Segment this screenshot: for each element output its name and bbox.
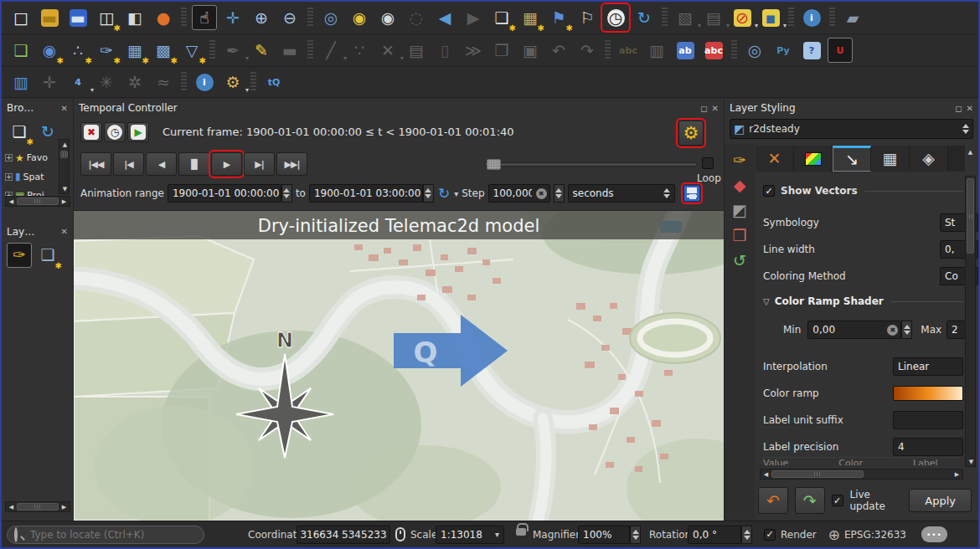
mesh-digitizing-icon[interactable]: ▰ bbox=[840, 5, 865, 30]
mesh-selection-icon[interactable]: ▥ bbox=[8, 69, 34, 95]
symbology-panel-icon[interactable]: ✑ bbox=[728, 148, 751, 172]
new-scratch-layer-icon[interactable]: ✑✱ bbox=[94, 38, 119, 63]
transparency-panel-icon[interactable]: ◩ bbox=[728, 198, 751, 222]
zoom-to-selection-icon[interactable]: ◉ bbox=[347, 5, 372, 30]
add-mesh-layer-icon[interactable]: ▦✱ bbox=[122, 38, 147, 63]
styling-hscrollbar[interactable]: ◀ ▶ bbox=[760, 469, 963, 480]
scroll-left-icon[interactable]: ◀ bbox=[6, 197, 17, 206]
scroll-right-icon[interactable]: ▶ bbox=[59, 502, 70, 511]
browser-hscrollbar[interactable]: ◀ ▶ bbox=[5, 196, 70, 207]
data-source-manager-icon[interactable]: ❑ bbox=[8, 38, 34, 63]
deselect-all-icon[interactable]: ⊘▾ bbox=[730, 5, 755, 30]
pause-button[interactable]: ▐▌ bbox=[178, 152, 209, 176]
scroll-left-icon[interactable]: ◀ bbox=[6, 502, 17, 511]
step-unit-select[interactable]: seconds bbox=[568, 184, 675, 203]
render-checkbox[interactable] bbox=[764, 529, 776, 541]
styling-float-icon[interactable]: ◻ bbox=[955, 104, 962, 113]
save-project-icon[interactable]: ▬ bbox=[65, 5, 90, 30]
temporal-fixed-range-button[interactable]: ◷ bbox=[104, 122, 126, 142]
magnifier-input[interactable]: 100% bbox=[578, 526, 630, 544]
loop-checkbox[interactable] bbox=[702, 157, 714, 169]
browser-vscrollbar[interactable]: ▲ ▼ bbox=[59, 139, 70, 194]
new-shapefile-layer-icon[interactable]: ▽✱ bbox=[179, 38, 204, 63]
toggle-editing-icon[interactable]: ✎ bbox=[249, 38, 274, 63]
open-layer-styling-icon[interactable]: ✑ bbox=[7, 243, 32, 268]
styling-close-icon[interactable]: ✕ bbox=[967, 104, 973, 113]
lock-icon[interactable] bbox=[516, 528, 526, 536]
python-console-icon[interactable]: Py bbox=[771, 38, 796, 63]
time-slider-handle[interactable] bbox=[487, 159, 501, 170]
range-options-caret-icon[interactable]: ▾ bbox=[454, 189, 458, 198]
scroll-down-icon[interactable]: ▼ bbox=[59, 184, 70, 193]
tq-plugin-icon[interactable]: tQ bbox=[261, 69, 286, 95]
rotation-spinner[interactable] bbox=[741, 526, 752, 544]
tab-vectors[interactable]: ↘ bbox=[833, 146, 871, 172]
clear-icon[interactable]: ✖ bbox=[887, 325, 898, 336]
pan-map-icon[interactable]: ☝ bbox=[192, 5, 217, 30]
step-input[interactable]: 100,000 ✖ bbox=[488, 184, 550, 203]
ramp-section-header[interactable]: ▽ Color Ramp Shader bbox=[763, 291, 963, 311]
styling-vscrollbar[interactable]: ▼ bbox=[965, 176, 976, 467]
range-start-spinner[interactable] bbox=[281, 184, 292, 203]
globe-icon[interactable]: ⊕ bbox=[828, 526, 840, 543]
range-start-input[interactable]: 1900-01-01 00:00:00 bbox=[168, 184, 281, 203]
locate-box[interactable] bbox=[7, 526, 204, 544]
export-animation-icon[interactable] bbox=[683, 185, 700, 202]
refresh-map-icon[interactable]: ↻ bbox=[632, 5, 657, 30]
show-bookmarks-icon[interactable]: ⚐ bbox=[575, 5, 600, 30]
range-end-input[interactable]: 1900-01-01 03:00:00 bbox=[309, 184, 423, 203]
metasearch-icon[interactable]: ◎ bbox=[742, 38, 767, 63]
add-vector-layer-icon[interactable]: ◉✱ bbox=[37, 38, 62, 63]
select-by-location-icon[interactable]: ▪▾ bbox=[758, 5, 783, 30]
style-manager-icon[interactable]: ● bbox=[151, 5, 176, 30]
pin-labels-icon[interactable]: ab bbox=[673, 38, 698, 63]
tab-datasets[interactable]: ▦ bbox=[871, 146, 910, 172]
temporal-animated-button[interactable]: ▶ bbox=[127, 122, 149, 142]
mouse-extents-icon[interactable] bbox=[395, 527, 405, 541]
tree-item-spatial-bookmarks[interactable]: +▮Spat bbox=[5, 168, 57, 185]
layer-select[interactable]: ◩ r2dsteady bbox=[730, 119, 973, 139]
redo-style-button[interactable]: ↷ bbox=[795, 487, 825, 514]
zoom-to-layer-icon[interactable]: ◉ bbox=[375, 5, 400, 30]
new-project-icon[interactable]: □ bbox=[8, 5, 34, 30]
step-spinner[interactable] bbox=[554, 184, 565, 203]
history-panel-icon[interactable]: ↺ bbox=[728, 249, 751, 272]
play-backward-button[interactable]: ◀ bbox=[146, 152, 177, 176]
magnifier-spinner[interactable] bbox=[630, 526, 641, 544]
fast-forward-button[interactable]: ▶▶| bbox=[276, 152, 307, 176]
rotation-input[interactable]: 0,0 ° bbox=[688, 526, 741, 544]
temporal-off-button[interactable]: ✖ bbox=[80, 122, 102, 142]
new-map-view-icon[interactable]: ❏✱ bbox=[489, 5, 514, 30]
expand-icon[interactable]: + bbox=[5, 154, 13, 162]
dropdown-caret-icon[interactable]: ▾ bbox=[783, 22, 787, 29]
time-slider[interactable] bbox=[484, 162, 697, 167]
min-spinner[interactable] bbox=[901, 321, 912, 339]
play-button[interactable]: ▶ bbox=[211, 152, 242, 176]
zoom-out-icon[interactable]: ⊖ bbox=[277, 5, 302, 30]
add-layer-group-icon[interactable]: ❏✱ bbox=[35, 243, 60, 268]
show-layout-manager-icon[interactable]: ◧ bbox=[122, 5, 147, 30]
temporal-close-icon[interactable]: ✕ bbox=[712, 104, 719, 113]
open-project-icon[interactable]: ▬ bbox=[37, 5, 62, 30]
zoom-last-icon[interactable]: ◀ bbox=[432, 5, 457, 30]
tab-averaging[interactable]: ◈ bbox=[910, 146, 948, 172]
temporal-controller-icon[interactable]: ◷ bbox=[603, 5, 628, 30]
tab-general-settings[interactable]: ✕ bbox=[756, 146, 794, 172]
refresh-browser-icon[interactable]: ↻ bbox=[35, 119, 60, 144]
diagram-panel-icon[interactable]: ❒ bbox=[728, 223, 751, 247]
show-vectors-checkbox[interactable] bbox=[763, 185, 775, 197]
map-canvas[interactable]: Q N Dry-initialized Telemac2d model bbox=[74, 211, 724, 521]
range-end-spinner[interactable] bbox=[423, 184, 434, 203]
wrench-icon[interactable]: ⚙▾ bbox=[220, 69, 245, 95]
scroll-up-icon[interactable]: ▲ bbox=[59, 140, 70, 149]
undo-style-button[interactable]: ↶ bbox=[758, 487, 788, 514]
add-raster-layer-icon[interactable]: ▩✱ bbox=[151, 38, 176, 63]
layers-hscrollbar[interactable]: ◀ ▶ bbox=[5, 501, 70, 512]
apply-button[interactable]: Apply bbox=[909, 489, 972, 512]
info-icon[interactable]: i bbox=[192, 69, 217, 95]
browser-close-icon[interactable]: ✕ bbox=[61, 104, 68, 113]
new-spatial-bookmark-icon[interactable]: ⚑✱ bbox=[546, 5, 571, 30]
temporal-float-icon[interactable]: ◻ bbox=[700, 104, 707, 113]
zoom-in-icon[interactable]: ⊕ bbox=[249, 5, 274, 30]
interpolation-select[interactable]: Linear bbox=[893, 357, 963, 376]
